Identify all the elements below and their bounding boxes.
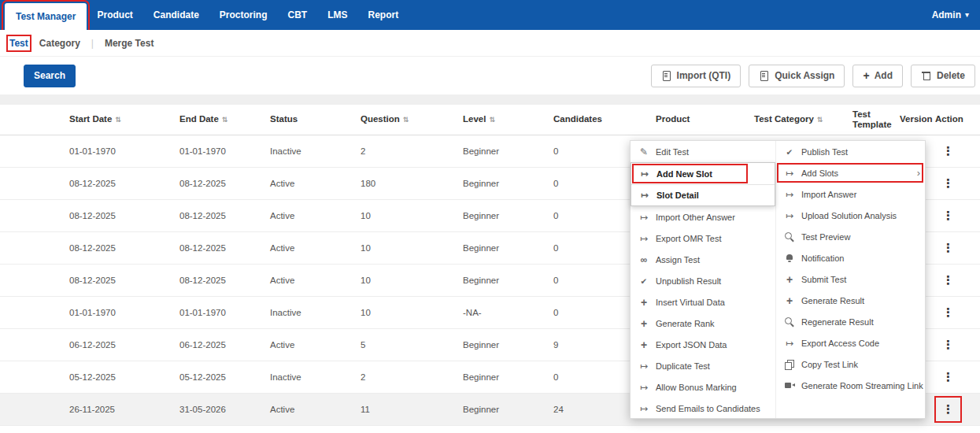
search-icon [784,231,795,242]
cell-status: Active [268,168,358,199]
menu-item-label: Generate Room Streaming Link [801,381,923,390]
column-header-test-category[interactable]: Test Category⇅ [752,105,850,135]
row-actions-button[interactable]: ⋮ [939,209,957,223]
nav-item-test-manager[interactable]: Test Manager [5,3,87,30]
menu-item-label: Duplicate Test [656,361,710,371]
row-actions-button[interactable]: ⋮ [939,402,957,416]
import-qti-button[interactable]: Import (QTI) [651,65,741,87]
menu-item-label: Publish Test [801,147,848,157]
menu-item-label: Import Answer [801,190,856,199]
nav-item-product[interactable]: Product [87,0,142,30]
cell-action: ⋮ [933,265,980,296]
menu-item-send-emails-to-candidates[interactable]: ↦Send Emails to Candidates [631,398,775,419]
menu-item-export-json-data[interactable]: +Export JSON Data [631,334,775,355]
subnav-item-category[interactable]: Category [39,38,80,49]
menu-item-generate-room-streaming-link[interactable]: Generate Room Streaming Link [776,375,925,396]
row-actions-button[interactable]: ⋮ [939,176,957,191]
quick-assign-button[interactable]: Quick Assign [749,65,845,87]
menu-item-add-slots[interactable]: ↦Add Slots› [776,162,925,183]
column-label: Status [270,114,298,124]
cell-start-date: 06-12-2025 [67,329,177,361]
plus-icon: + [638,297,649,308]
menu-item-export-omr-test[interactable]: ↦Export OMR Test [631,228,775,249]
row-actions-button[interactable]: ⋮ [939,370,957,384]
exit-icon: ↦ [639,168,650,179]
search-button[interactable]: Search [24,65,76,87]
nav-item-cbt[interactable]: CBT [278,0,318,30]
menu-item-allow-bonus-marking[interactable]: ↦Allow Bonus Marking [631,376,775,398]
bell-icon [784,253,795,264]
plus-icon: + [863,70,869,81]
quick-assign-label: Quick Assign [775,70,834,81]
menu-item-submit-test[interactable]: +Submit Test [776,268,925,290]
cell-level: -NA- [460,297,551,328]
menu-item-duplicate-test[interactable]: ↦Duplicate Test [631,355,775,376]
column-header-start-date[interactable]: Start Date⇅ [67,105,177,135]
menu-item-assign-test[interactable]: ∞Assign Test [631,249,775,270]
menu-item-slot-detail[interactable]: ↦Slot Detail [631,184,775,205]
sub-navbar: TestCategory|Merge Test [0,30,980,57]
row-actions-button[interactable]: ⋮ [939,273,957,287]
cell-question: 11 [358,394,460,425]
cell-question: 5 [358,329,460,361]
column-header-version: Version [897,105,933,135]
menu-item-unpublish-result[interactable]: ✔Unpublish Result [631,270,775,291]
cell-level: Beginner [460,135,551,167]
menu-item-generate-rank[interactable]: +Generate Rank [631,313,775,334]
row-actions-button[interactable]: ⋮ [939,144,957,158]
menu-item-copy-test-link[interactable]: Copy Test Link [776,353,925,375]
column-header-end-date[interactable]: End Date⇅ [177,105,268,135]
menu-item-label: Export OMR Test [656,234,722,243]
exit-icon: ↦ [638,403,649,414]
subnav-item-test[interactable]: Test [9,38,28,49]
menu-item-import-answer[interactable]: ↦Import Answer [776,183,925,205]
cell-level: Beginner [460,265,551,296]
menu-item-import-other-answer[interactable]: ↦Import Other Answer [631,206,775,228]
delete-label: Delete [937,70,965,81]
cell-end-date: 01-01-1970 [177,135,268,167]
cell-end-date: 08-12-2025 [177,265,268,296]
subnav-item-merge-test[interactable]: Merge Test [105,38,153,49]
menu-item-label: Regenerate Result [801,317,874,327]
menu-item-notification[interactable]: Notification [776,247,925,268]
delete-button[interactable]: Delete [911,65,975,87]
row-actions-button[interactable]: ⋮ [939,241,957,255]
cell-action: ⋮ [933,168,980,199]
menu-item-label: Slot Detail [656,191,699,200]
link-icon: ∞ [638,254,649,265]
cell-start-date: 08-12-2025 [67,168,177,199]
menu-item-generate-result[interactable]: +Generate Result [776,290,925,311]
nav-item-candidate[interactable]: Candidate [143,0,209,30]
add-button[interactable]: + Add [852,65,903,87]
cell-end-date: 08-12-2025 [177,232,268,264]
nav-item-report[interactable]: Report [358,0,409,30]
column-header-question[interactable]: Question⇅ [358,105,460,135]
check-icon: ✔ [638,276,649,287]
menu-item-publish-test[interactable]: ✔Publish Test [776,141,925,162]
row-actions-button[interactable]: ⋮ [939,338,957,352]
plus-icon: + [784,274,795,285]
cell-action: ⋮ [933,361,980,393]
nav-item-lms[interactable]: LMS [317,0,357,30]
chevron-down-icon: ▾ [965,11,969,19]
menu-item-add-new-slot[interactable]: ↦Add New Slot [631,163,775,184]
row-actions-button[interactable]: ⋮ [939,305,957,320]
menu-item-label: Allow Bonus Marking [656,383,737,392]
menu-item-export-access-code[interactable]: ↦Export Access Code [776,332,925,353]
column-header-level[interactable]: Level⇅ [460,105,551,135]
user-menu[interactable]: Admin ▾ [932,0,980,30]
trash-icon [921,70,932,81]
row-context-menu: ✎Edit Test↦Add New Slot↦Slot Detail↦Impo… [630,140,926,419]
menu-item-label: Copy Test Link [801,360,858,369]
menu-item-regenerate-result[interactable]: Regenerate Result [776,311,925,332]
cell-question: 10 [358,200,460,231]
cell-level: Beginner [460,329,551,361]
menu-item-insert-virtual-data[interactable]: +Insert Virtual Data [631,291,775,313]
menu-item-test-preview[interactable]: Test Preview [776,226,925,247]
menu-item-upload-solution-analysis[interactable]: ↦Upload Solution Analysis [776,205,925,226]
cell-status: Active [268,329,358,361]
exit-icon: ↦ [784,210,795,221]
nav-item-proctoring[interactable]: Proctoring [209,0,278,30]
menu-item-edit-test[interactable]: ✎Edit Test [631,141,775,162]
cell-start-date: 05-12-2025 [67,361,177,393]
